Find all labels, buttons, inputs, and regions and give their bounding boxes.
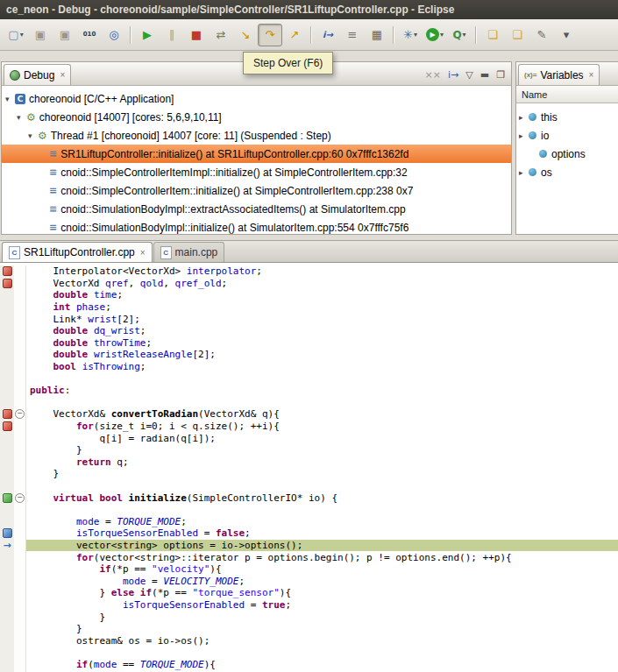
annotation-ruler-cell[interactable] bbox=[0, 659, 14, 671]
save-button[interactable]: ▣ bbox=[28, 24, 53, 46]
code-line[interactable]: ostream& os = io->os(); bbox=[0, 634, 618, 647]
annotation-ruler-cell[interactable] bbox=[0, 385, 14, 397]
annotation-ruler-cell[interactable] bbox=[0, 551, 14, 563]
code-line[interactable]: − virtual bool initialize(SimpleControll… bbox=[0, 492, 618, 504]
debug-stack-row[interactable]: ▾Cchoreonoid [C/C++ Application] bbox=[2, 89, 511, 108]
variable-row[interactable]: ▸os bbox=[516, 163, 618, 181]
debug-stack-row[interactable]: ≡cnoid::SimpleControllerItemImpl::initia… bbox=[2, 163, 511, 181]
open-type-button[interactable]: ❏ bbox=[480, 24, 505, 46]
code-line[interactable]: bool isThrowing; bbox=[0, 361, 618, 373]
annotation-ruler-cell[interactable] bbox=[0, 444, 14, 456]
annotation-ruler-cell[interactable] bbox=[0, 313, 14, 325]
terminate-button[interactable]: ■ bbox=[184, 24, 209, 46]
code-line[interactable]: public: bbox=[0, 385, 618, 397]
variable-row[interactable]: ▸io bbox=[516, 126, 618, 145]
instruction-stepping-button[interactable]: i→ bbox=[316, 24, 340, 46]
debug-stack-row[interactable]: ≡SR1LiftupController::initialize() at SR… bbox=[2, 145, 511, 163]
close-icon[interactable]: × bbox=[589, 70, 594, 80]
expander-icon[interactable]: ▸ bbox=[519, 131, 529, 140]
code-line[interactable]: if(mode == TORQUE_MODE){ bbox=[0, 659, 618, 671]
annotation-ruler-cell[interactable] bbox=[0, 265, 14, 278]
save-all-button[interactable]: ▣ bbox=[53, 24, 77, 46]
annotation-ruler-cell[interactable] bbox=[0, 432, 14, 444]
expander-icon[interactable]: ▸ bbox=[519, 113, 529, 122]
step-return-button[interactable]: ↗ bbox=[282, 24, 307, 46]
annotation-ruler-cell[interactable] bbox=[0, 372, 14, 385]
code-editor[interactable]: Interpolator<VectorXd> interpolator; Vec… bbox=[0, 263, 618, 672]
code-line[interactable]: double dq_wrist; bbox=[0, 325, 618, 337]
annotation-ruler-cell[interactable] bbox=[0, 278, 14, 290]
tab-variables[interactable]: (x)= Variables × bbox=[518, 64, 600, 85]
registers-button[interactable]: ▦ bbox=[365, 24, 389, 46]
debug-stack-row[interactable]: ≡cnoid::SimpleControllerItem::initialize… bbox=[2, 181, 511, 200]
debug-stack-row[interactable]: ≡cnoid::SimulationBodyImpl::initialize()… bbox=[2, 218, 511, 234]
remove-terminated-icon[interactable]: ×× bbox=[425, 70, 441, 80]
tab-debug[interactable]: Debug × bbox=[4, 64, 71, 85]
annotation-ruler-cell[interactable] bbox=[0, 515, 14, 527]
code-line[interactable]: for(size_t i=0; i < q.size(); ++i){ bbox=[0, 421, 618, 433]
toolbar-overflow-button[interactable]: ▾ bbox=[554, 24, 579, 46]
external-tools-button[interactable]: Q▾ bbox=[447, 24, 472, 46]
annotation-ruler-cell[interactable] bbox=[0, 421, 14, 433]
memory-button[interactable]: ≡ bbox=[340, 24, 365, 46]
code-line[interactable]: return q; bbox=[0, 456, 618, 469]
tab-main-cpp[interactable]: C main.cpp bbox=[153, 242, 225, 262]
mark-occurrences-button[interactable]: ✎ bbox=[529, 24, 554, 46]
annotation-ruler-cell[interactable] bbox=[0, 361, 14, 373]
annotation-ruler-cell[interactable] bbox=[0, 599, 14, 612]
annotation-ruler-cell[interactable] bbox=[0, 468, 14, 480]
code-line[interactable]: mode = VELOCITY_MODE; bbox=[0, 575, 618, 587]
code-line[interactable]: } bbox=[0, 611, 618, 623]
resume-button[interactable]: ▶ bbox=[135, 24, 160, 46]
variable-row[interactable]: options bbox=[516, 145, 618, 163]
variables-column-header[interactable]: Name bbox=[516, 86, 618, 103]
new-wizard-button[interactable]: ▢▾ bbox=[4, 24, 28, 46]
binary-console-button[interactable]: 010 bbox=[77, 24, 102, 46]
open-resource-button[interactable]: ❏ bbox=[505, 24, 529, 46]
annotation-ruler-cell[interactable] bbox=[0, 504, 14, 516]
annotation-ruler-cell[interactable]: → bbox=[0, 540, 14, 552]
step-over-button[interactable]: ↷ bbox=[258, 24, 282, 46]
expander-icon[interactable]: ▾ bbox=[5, 95, 15, 103]
code-line[interactable]: double time; bbox=[0, 289, 618, 301]
code-line[interactable]: for(vector<string>::iterator p = options… bbox=[0, 551, 618, 563]
view-menu-icon[interactable]: ▽ bbox=[465, 70, 472, 80]
annotation-ruler-cell[interactable] bbox=[0, 301, 14, 314]
code-line[interactable]: → vector<string> options = io->options()… bbox=[0, 540, 618, 552]
restart-button[interactable]: ⇄ bbox=[209, 24, 233, 46]
tab-sr1liftupcontroller-cpp[interactable]: C SR1LiftupController.cpp × bbox=[2, 242, 153, 262]
code-line[interactable]: Link* wrist[2]; bbox=[0, 313, 618, 325]
annotation-ruler-cell[interactable] bbox=[0, 623, 14, 635]
code-line[interactable] bbox=[0, 504, 618, 516]
code-line[interactable] bbox=[0, 397, 618, 409]
search-button[interactable]: ◎ bbox=[102, 24, 126, 46]
expander-icon[interactable]: ▸ bbox=[519, 168, 529, 177]
maximize-icon[interactable]: ❐ bbox=[496, 70, 505, 80]
annotation-ruler-cell[interactable] bbox=[0, 408, 14, 421]
annotation-ruler-cell[interactable] bbox=[0, 456, 14, 469]
code-line[interactable]: Interpolator<VectorXd> interpolator; bbox=[0, 265, 618, 278]
code-line[interactable]: } else if(*p == "torque_sensor"){ bbox=[0, 587, 618, 599]
expander-icon[interactable]: ▾ bbox=[28, 131, 38, 140]
annotation-ruler-cell[interactable] bbox=[0, 575, 14, 587]
debug-stack-row[interactable]: ▾⚙choreonoid [14007] [cores: 5,6,9,10,11… bbox=[2, 108, 511, 126]
code-line[interactable]: VectorXd qref, qold, qref_old; bbox=[0, 278, 618, 290]
code-line[interactable]: if(*p == "velocity"){ bbox=[0, 563, 618, 576]
collapse-icon[interactable]: − bbox=[15, 493, 25, 503]
annotation-ruler-cell[interactable] bbox=[0, 325, 14, 337]
collapse-icon[interactable]: − bbox=[15, 409, 25, 419]
code-line[interactable]: } bbox=[0, 623, 618, 635]
code-line[interactable]: double wristReleaseAngle[2]; bbox=[0, 349, 618, 361]
annotation-ruler-cell[interactable] bbox=[0, 289, 14, 301]
annotation-ruler-cell[interactable] bbox=[0, 480, 14, 492]
run-dropdown-icon[interactable]: ▾ bbox=[440, 31, 444, 39]
annotation-ruler-cell[interactable] bbox=[0, 611, 14, 623]
code-line[interactable]: int phase; bbox=[0, 301, 618, 314]
debug-stack-row[interactable]: ≡cnoid::SimulationBodyImpl::extractAssoc… bbox=[2, 200, 511, 218]
code-line[interactable]: double throwTime; bbox=[0, 337, 618, 350]
close-icon[interactable]: × bbox=[60, 70, 65, 80]
annotation-ruler-cell[interactable] bbox=[0, 587, 14, 599]
code-line[interactable]: − VectorXd& convertToRadian(VectorXd& q)… bbox=[0, 408, 618, 421]
debug-dropdown-icon[interactable]: ▾ bbox=[414, 31, 417, 39]
code-line[interactable]: isTorqueSensorEnabled = true; bbox=[0, 599, 618, 612]
